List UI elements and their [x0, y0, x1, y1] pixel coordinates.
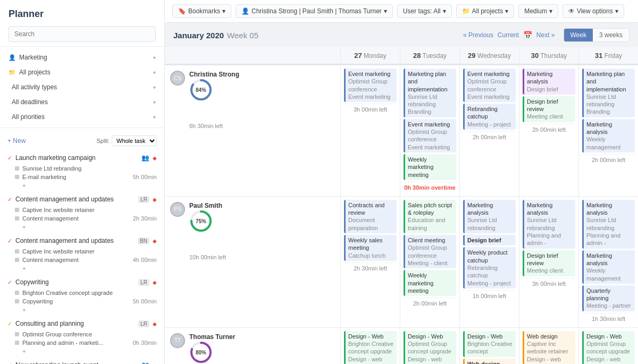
- add-subtask-button[interactable]: +: [15, 223, 157, 231]
- event-block[interactable]: Marketing analysisSunrise Ltd rebranding…: [523, 200, 575, 249]
- calendar-icon[interactable]: 📅: [523, 31, 532, 39]
- event-block[interactable]: Event marketingOptimist Group conference…: [463, 69, 516, 102]
- filter-label: All deadlines: [9, 98, 48, 106]
- event-block[interactable]: Weekly product catchupRebranding catchup…: [463, 247, 516, 288]
- event-line: Event marketing: [408, 121, 454, 128]
- event-block[interactable]: Sales pitch script & roleplayEducation a…: [404, 200, 456, 233]
- add-subtask-button[interactable]: +: [15, 347, 157, 355]
- filter-item-all-deadlines[interactable]: All deadlines▾: [0, 95, 164, 109]
- event-line: Marketing analysis: [586, 121, 632, 136]
- next-button[interactable]: Next »: [536, 31, 555, 39]
- event-block[interactable]: Web design: [463, 359, 516, 364]
- event-block[interactable]: Design - WebOptimist Group concept upgra…: [404, 331, 456, 364]
- add-subtask-button[interactable]: +: [15, 306, 157, 314]
- event-block[interactable]: Event marketingOptimist Group conference…: [404, 119, 456, 153]
- event-line: Marketing analysis: [467, 201, 513, 217]
- task-sub-item[interactable]: Content management 4h 00min: [15, 256, 157, 264]
- task-group-name[interactable]: New rebranding launch event: [15, 361, 138, 364]
- event-block[interactable]: Web designCaptive Inc website retainerDe…: [523, 331, 575, 364]
- task-sub-item[interactable]: Content management 2h 30min: [15, 214, 157, 223]
- user-tags-button[interactable]: User tags: All ▾: [397, 4, 452, 18]
- event-line: Design - web: [408, 355, 454, 363]
- event-block[interactable]: Design - WebBrighton Creative concept: [463, 331, 516, 357]
- task-sub-item[interactable]: Planning and admin - marketi... 0h 30min: [15, 338, 157, 347]
- task-sub-item: Captive Inc website retainer: [15, 247, 157, 256]
- event-line: Sunrise Ltd rebranding: [467, 216, 513, 232]
- cell-time-left: 2h 30min left: [344, 263, 397, 274]
- task-sub-item[interactable]: Copywriting 5h 00min: [15, 297, 157, 306]
- task-group-name[interactable]: Copywriting: [15, 278, 135, 286]
- event-line: Sales pitch script & roleplay: [408, 201, 454, 217]
- event-line: Sunrise Ltd rebranding: [586, 216, 632, 232]
- task-sub-item[interactable]: E-mail marketing 5h 00min: [15, 173, 157, 181]
- cell-time-left: 2h 00min left: [404, 298, 456, 309]
- filter-item-all-projects[interactable]: 📁All projects▾: [0, 65, 164, 80]
- new-task-button[interactable]: + New: [7, 137, 26, 145]
- event-block[interactable]: Event marketingOptimist Group conference…: [344, 69, 397, 102]
- event-line: Brighton Creative concept upgrade: [348, 340, 394, 355]
- event-block[interactable]: Marketing analysisSunrise Ltd rebranding…: [582, 200, 635, 249]
- event-block[interactable]: Contracts and reviewDocument preparation: [344, 200, 397, 233]
- event-block[interactable]: Marketing analysisSunrise Ltd rebranding: [463, 200, 516, 233]
- cell-time-left: 3h 00min left: [344, 104, 397, 115]
- split-select[interactable]: Whole task: [112, 136, 157, 146]
- 3weeks-view-button[interactable]: 3 weeks: [593, 29, 629, 41]
- event-line: Meeting - project: [467, 280, 513, 287]
- task-sub-label: Brighton Creative concept upgrade: [22, 290, 157, 296]
- task-sub-label: Planning and admin - marketi...: [22, 340, 130, 346]
- filter-item-marketing[interactable]: 👤Marketing▾: [0, 50, 164, 65]
- task-group-name[interactable]: Consulting and planning: [15, 320, 135, 327]
- task-group-name[interactable]: Content management and updates: [15, 237, 135, 244]
- event-block[interactable]: Marketing analysisWeekly management: [582, 119, 635, 153]
- filter-label: All priorities: [9, 113, 45, 121]
- search-input[interactable]: [9, 26, 156, 42]
- event-block[interactable]: Weekly marketing meeting: [404, 154, 456, 180]
- prev-button[interactable]: « Previous: [463, 31, 493, 39]
- event-block[interactable]: Rebranding catchupMeeting - project: [463, 104, 516, 130]
- task-check: ✓: [7, 196, 12, 203]
- task-sub-label: Content management: [22, 215, 130, 222]
- task-group-name[interactable]: Launch marketing campaign: [15, 154, 138, 162]
- task-sub-item: Optimist Group conference: [15, 330, 157, 338]
- current-button[interactable]: Current: [498, 31, 519, 39]
- event-block[interactable]: Marketing analysisDesign brief: [523, 69, 575, 95]
- view-options-button[interactable]: 👁 View options ▾: [563, 4, 624, 18]
- event-line: Branding: [586, 108, 632, 115]
- bookmarks-button[interactable]: 🔖 Bookmarks ▾: [172, 4, 231, 18]
- event-block[interactable]: Design brief: [463, 235, 516, 246]
- event-block[interactable]: Design brief reviewMeeting client: [523, 250, 575, 276]
- task-group-name[interactable]: Content management and updates: [15, 196, 135, 203]
- event-block[interactable]: Marketing analysisWeekly management: [582, 250, 635, 284]
- event-block[interactable]: Design brief reviewMeeting client: [523, 96, 575, 122]
- week-view-button[interactable]: Week: [564, 29, 593, 41]
- day-name: Tuesday: [423, 52, 447, 60]
- task-group: ✓ Content management and updatesBN◆ Capt…: [0, 234, 164, 276]
- sidebar-tasks: + New Split: Whole task ✓ Launch marketi…: [0, 128, 164, 364]
- task-dot-icon: [15, 291, 19, 295]
- calendar-cell: Contracts and reviewDocument preparation…: [341, 197, 400, 327]
- event-block[interactable]: Weekly marketing meeting: [404, 270, 456, 296]
- event-block[interactable]: Client meetingOptimist Group conferenceM…: [404, 235, 456, 268]
- calendar-cell: Marketing analysisSunrise Ltd rebranding…: [579, 197, 638, 327]
- event-block[interactable]: Marketing plan and implementationSunrise…: [582, 69, 635, 117]
- sidebar-header: Planner: [0, 0, 164, 47]
- event-line: Weekly sales meeting: [348, 236, 394, 252]
- event-block[interactable]: Marketing plan and implementationSunrise…: [404, 69, 456, 117]
- users-button[interactable]: 👤 Christina Strong | Paul Smith | Thomas…: [236, 4, 393, 18]
- event-block[interactable]: Weekly sales meetingCatchup lunch: [344, 235, 397, 261]
- filter-item-all-priorities[interactable]: All priorities▾: [0, 109, 164, 124]
- filter-label: 👤Marketing: [9, 54, 47, 61]
- task-sub-label: Optimist Group conference: [22, 331, 157, 337]
- calendar-cell: Marketing plan and implementationSunrise…: [579, 65, 638, 196]
- event-block[interactable]: Design - WebBrighton Creative concept up…: [344, 331, 397, 364]
- event-block[interactable]: Design - WebOptimist Group concept upgra…: [582, 331, 635, 364]
- event-block[interactable]: Quarterly planningMeeting - partner: [582, 285, 635, 311]
- add-subtask-button[interactable]: +: [15, 264, 157, 273]
- add-subtask-button[interactable]: +: [15, 181, 157, 190]
- projects-button[interactable]: 📁 All projects ▾: [456, 4, 515, 18]
- event-line: Weekly product catchup: [467, 249, 513, 264]
- day-header: 31 Friday: [579, 47, 638, 65]
- filter-item-all-activity-types[interactable]: All activity types▾: [0, 80, 164, 95]
- task-group-header: ✓ New rebranding launch event👥◆: [7, 360, 157, 364]
- medium-button[interactable]: Medium ▾: [518, 4, 558, 18]
